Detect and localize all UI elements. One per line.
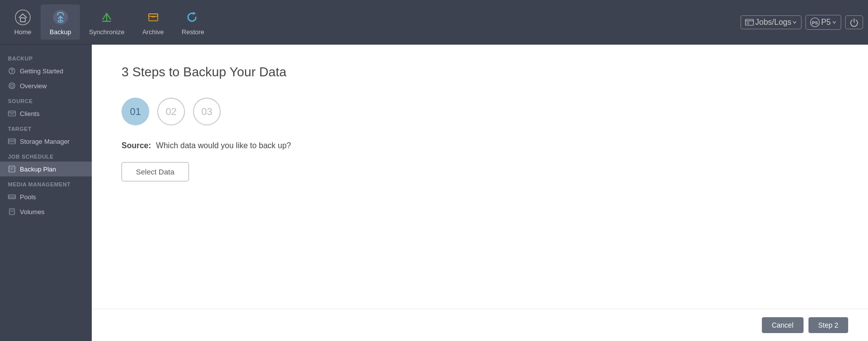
sidebar-item-getting-started[interactable]: Getting Started [0,63,92,78]
p5-button[interactable]: PS P5 [806,15,841,30]
source-row: Source: Which data would you like to bac… [122,141,838,150]
overview-icon [8,82,16,90]
sidebar-section-target: TARGET [0,121,92,134]
p5-label: P5 [821,18,831,27]
sidebar-item-clients[interactable]: Clients [0,106,92,121]
sidebar-item-overview[interactable]: Overview [0,78,92,93]
nav-archive[interactable]: Archive [133,4,173,40]
volumes-icon [8,208,16,216]
sidebar-item-backup-plan[interactable]: Backup Plan [0,162,92,176]
svg-point-0 [15,10,30,25]
sidebar-section-media-management: MEDIA MANAGEMENT [0,176,92,189]
main-layout: BACKUP Getting Started Overview SOURCE [0,45,868,341]
source-question: Which data would you like to back up? [156,141,291,150]
select-data-button[interactable]: Select Data [122,162,189,181]
nav-right-area: Jobs/Logs PS P5 [741,15,863,30]
step2-button[interactable]: Step 2 [808,317,848,333]
sidebar-section-backup: BACKUP [0,51,92,63]
sidebar-section-job-schedule: JOB SCHEDULE [0,149,92,162]
page-title: 3 Steps to Backup Your Data [122,64,838,80]
step-3-circle: 03 [193,98,221,125]
svg-point-11 [11,72,12,73]
content-area: 3 Steps to Backup Your Data 01 02 03 Sou… [92,45,868,341]
sidebar-item-storage-manager[interactable]: Storage Manager [0,134,92,149]
source-label: Source: [122,141,151,150]
nav-restore[interactable]: Restore [173,4,213,40]
step-1-circle: 01 [122,98,149,125]
getting-started-icon [8,67,16,75]
svg-text:PS: PS [812,20,818,25]
storage-manager-icon [8,137,16,145]
nav-home[interactable]: Home [5,4,41,40]
sidebar-item-volumes[interactable]: Volumes [0,204,92,219]
svg-rect-20 [9,166,15,172]
svg-rect-17 [8,139,15,144]
sidebar: BACKUP Getting Started Overview SOURCE [0,45,92,341]
clients-icon [8,110,16,117]
svg-rect-23 [8,195,15,199]
pools-icon [8,193,16,201]
backup-plan-icon [8,165,16,173]
svg-rect-1 [20,18,25,22]
backup-icon [52,8,69,26]
nav-synchronize[interactable]: Synchronize [80,4,133,40]
synchronize-icon [98,8,116,26]
sidebar-item-pools[interactable]: Pools [0,189,92,204]
sidebar-section-source: SOURCE [0,93,92,106]
content-inner: 3 Steps to Backup Your Data 01 02 03 Sou… [92,45,868,309]
jobs-logs-button[interactable]: Jobs/Logs [741,15,802,29]
restore-icon [184,8,202,26]
archive-icon [144,8,162,26]
content-footer: Cancel Step 2 [92,309,868,341]
svg-point-13 [10,84,13,87]
jobs-logs-label: Jobs/Logs [755,18,791,27]
svg-rect-6 [149,14,158,16]
cancel-button[interactable]: Cancel [762,317,804,333]
svg-rect-5 [149,14,158,21]
home-icon [14,8,32,26]
top-navigation: Home Backup Synchronize [0,0,868,45]
step-2-circle: 02 [157,98,185,125]
svg-rect-14 [8,111,15,116]
svg-point-12 [9,83,15,89]
steps-row: 01 02 03 [122,98,838,125]
power-button[interactable] [845,15,863,29]
nav-backup[interactable]: Backup [41,4,80,40]
